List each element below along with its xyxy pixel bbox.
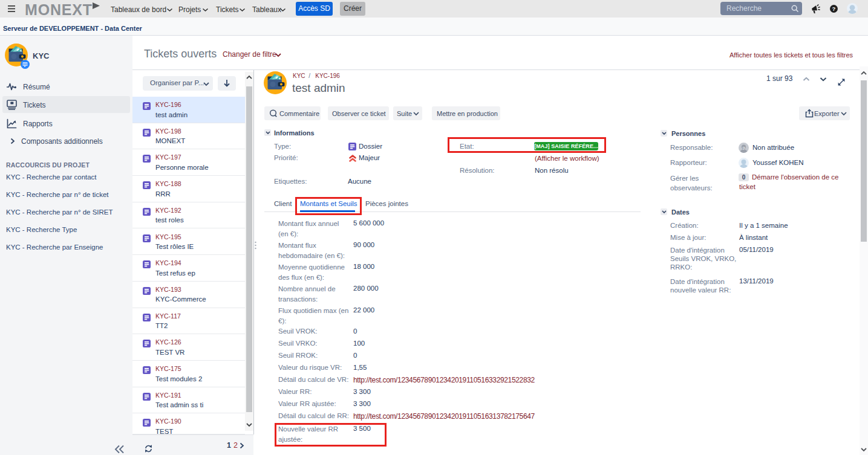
- svg-text:MONEXT: MONEXT: [25, 1, 92, 17]
- svg-text:?: ?: [742, 146, 745, 151]
